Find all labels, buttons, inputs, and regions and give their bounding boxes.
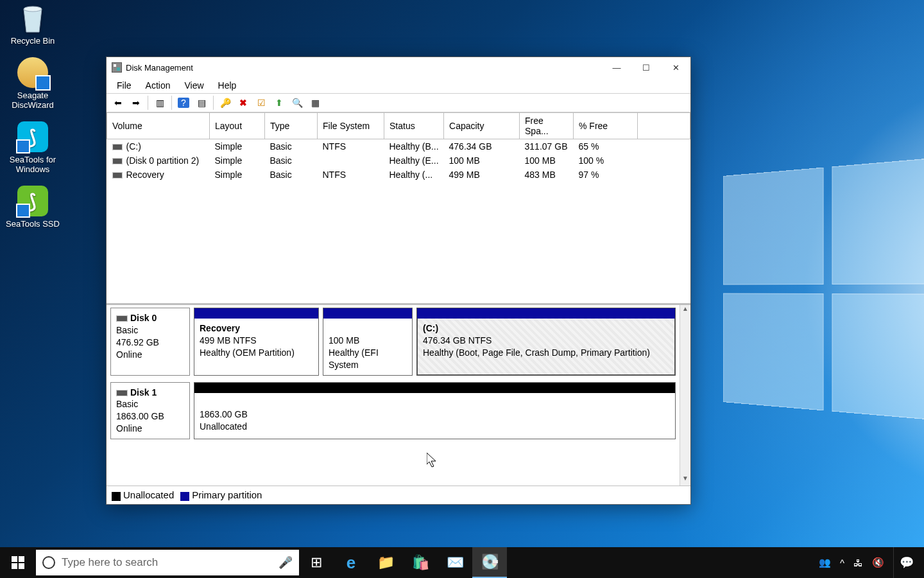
check-icon: ☑ — [257, 98, 266, 108]
menu-action[interactable]: Action — [139, 79, 177, 92]
store-icon: 🛍️ — [412, 554, 429, 571]
menubar: File Action View Help — [107, 78, 690, 93]
col-capacity[interactable]: Capacity — [444, 113, 520, 139]
partition-stripe — [323, 308, 412, 319]
volume-table: Volume Layout Type File System Status Ca… — [107, 112, 690, 182]
magnifier-icon: 🔍 — [292, 98, 303, 108]
volume-row[interactable]: (C:) Simple Basic NTFS Healthy (B... 476… — [107, 139, 690, 154]
toolbar-back-button[interactable]: ⬅ — [110, 95, 126, 110]
desktop-icon-seagate-discwizard[interactable]: Seagate DiscWizard — [5, 57, 60, 110]
legend-swatch-primary — [180, 492, 189, 501]
desktop-icon-label: Recycle Bin — [11, 36, 55, 46]
col-status[interactable]: Status — [384, 113, 444, 139]
partition-c[interactable]: (C:) 476.34 GB NTFS Healthy (Boot, Page … — [416, 308, 676, 376]
toolbar-show-hide-button[interactable]: ▥ — [152, 95, 167, 110]
volume-type: Basic — [265, 153, 318, 168]
volume-layout: Simple — [210, 153, 265, 168]
disk-graphical-pane[interactable]: Disk 0 Basic 476.92 GB Online Recovery 4… — [107, 305, 690, 486]
volume-status: Healthy (... — [384, 168, 444, 182]
col-freespace[interactable]: Free Spa... — [520, 113, 574, 139]
volume-list-pane[interactable]: Volume Layout Type File System Status Ca… — [107, 112, 690, 305]
volume-layout: Simple — [210, 139, 265, 154]
tray-volume-icon[interactable]: 🔇 — [872, 557, 884, 568]
volume-row[interactable]: Recovery Simple Basic NTFS Healthy (... … — [107, 168, 690, 182]
legend-swatch-unallocated — [112, 492, 121, 501]
desktop-icon-recycle-bin[interactable]: Recycle Bin — [5, 3, 60, 46]
disk-icon — [116, 390, 128, 396]
microphone-icon[interactable]: 🎤 — [278, 556, 293, 570]
partition-title: (C:) — [423, 323, 438, 333]
volume-status: Healthy (B... — [384, 139, 444, 154]
taskbar-app-diskmgmt[interactable]: 💽 — [472, 547, 507, 578]
toolbar-forward-button[interactable]: ➡ — [128, 95, 144, 110]
toolbar-up-button[interactable]: ⬆ — [271, 95, 287, 110]
mail-icon: ✉️ — [447, 554, 464, 571]
maximize-button[interactable]: ☐ — [631, 57, 661, 78]
disk-name: Disk 0 — [130, 313, 157, 323]
tray-action-center[interactable]: 💬 — [893, 547, 919, 578]
back-arrow-icon: ⬅ — [114, 98, 122, 108]
volume-type: Basic — [265, 168, 318, 182]
cortana-circle-icon — [42, 556, 55, 569]
partition-efi[interactable]: 100 MB Healthy (EFI System — [323, 308, 413, 376]
menu-view[interactable]: View — [178, 79, 210, 92]
toolbar-separator — [213, 96, 214, 110]
col-layout[interactable]: Layout — [210, 113, 265, 139]
delete-icon: ✖ — [239, 98, 247, 108]
taskbar-app-explorer[interactable]: 📁 — [368, 547, 403, 578]
taskbar-search[interactable]: Type here to search 🎤 — [36, 550, 299, 575]
toolbar-settings-button[interactable]: ▤ — [194, 95, 209, 110]
titlebar[interactable]: Disk Management — ☐ ✕ — [107, 57, 690, 78]
tray-network-icon[interactable]: 🖧 — [853, 557, 863, 568]
toolbar-list-button[interactable]: ▦ — [307, 95, 323, 110]
taskview-button[interactable]: ⊞ — [299, 547, 334, 578]
scroll-down-icon[interactable]: ▼ — [680, 475, 690, 486]
toolbar-delete-button[interactable]: ✖ — [235, 95, 251, 110]
menu-file[interactable]: File — [110, 79, 138, 92]
disk-icon — [116, 315, 128, 322]
toolbar-check-button[interactable]: ☑ — [253, 95, 269, 110]
toolbar-refresh-button[interactable]: 🔑 — [218, 95, 233, 110]
col-volume[interactable]: Volume — [107, 113, 210, 139]
taskbar-app-edge[interactable]: e — [334, 547, 368, 578]
tray-people-icon[interactable]: 👥 — [819, 557, 831, 568]
volume-layout: Simple — [210, 168, 265, 182]
menu-help[interactable]: Help — [212, 79, 243, 92]
start-button[interactable] — [0, 547, 36, 578]
toolbar-find-button[interactable]: 🔍 — [289, 95, 305, 110]
disk-pane-scrollbar[interactable]: ▲ ▼ — [680, 305, 690, 486]
partition-recovery[interactable]: Recovery 499 MB NTFS Healthy (OEM Partit… — [194, 308, 319, 376]
help-icon: ? — [178, 98, 189, 108]
volume-capacity: 499 MB — [444, 168, 520, 182]
taskbar-app-store[interactable]: 🛍️ — [403, 547, 438, 578]
legend-label: Unallocated — [123, 489, 174, 500]
disk-label[interactable]: Disk 1 Basic 1863.00 GB Online — [110, 382, 190, 440]
volume-fs: NTFS — [318, 139, 384, 154]
disk-label[interactable]: Disk 0 Basic 476.92 GB Online — [110, 308, 190, 376]
volume-row[interactable]: (Disk 0 partition 2) Simple Basic Health… — [107, 153, 690, 168]
desktop-icon-seatools-ssd[interactable]: ⟆ SeaTools SSD — [5, 186, 60, 229]
close-button[interactable]: ✕ — [661, 57, 690, 78]
disk-row-1[interactable]: Disk 1 Basic 1863.00 GB Online 1863.00 G… — [110, 382, 676, 440]
scroll-up-icon[interactable]: ▲ — [680, 305, 690, 316]
taskbar-app-mail[interactable]: ✉️ — [438, 547, 472, 578]
toolbar-help-button[interactable]: ? — [176, 95, 191, 110]
forward-arrow-icon: ➡ — [132, 98, 140, 108]
col-pctfree[interactable]: % Free — [574, 113, 638, 139]
window-controls: — ☐ ✕ — [602, 57, 690, 78]
volume-icon — [112, 158, 123, 164]
desktop-icon-seatools-windows[interactable]: ⟆ SeaTools for Windows — [5, 121, 60, 174]
volume-type: Basic — [265, 139, 318, 154]
minimize-button[interactable]: — — [602, 57, 631, 78]
disk-management-window[interactable]: Disk Management — ☐ ✕ File Action View H… — [106, 57, 691, 505]
svg-point-1 — [24, 6, 42, 12]
tray-chevron-up-icon[interactable]: ^ — [840, 557, 844, 568]
windows-logo-art — [723, 157, 924, 422]
legend: Unallocated Primary partition — [107, 486, 690, 504]
disk-row-0[interactable]: Disk 0 Basic 476.92 GB Online Recovery 4… — [110, 308, 676, 376]
col-filesystem[interactable]: File System — [318, 113, 384, 139]
col-type[interactable]: Type — [265, 113, 318, 139]
partition-unallocated[interactable]: 1863.00 GB Unallocated — [194, 382, 676, 440]
partition-size-fs: 100 MB — [329, 335, 407, 347]
partition-size-fs: 499 MB NTFS — [200, 335, 313, 347]
